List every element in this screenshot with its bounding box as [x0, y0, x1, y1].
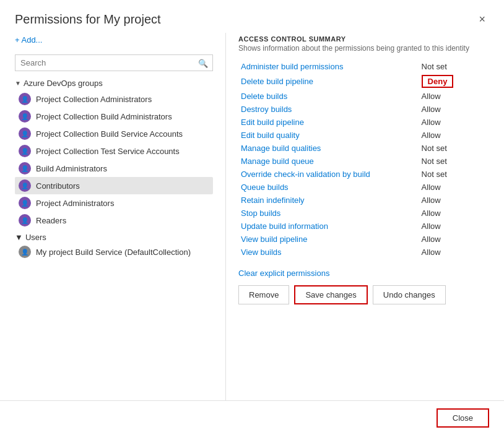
list-item-contributors[interactable]: 👤 Contributors: [15, 177, 213, 194]
permission-value: Deny: [419, 73, 489, 90]
table-row[interactable]: Manage build qualitiesNot set: [238, 142, 489, 155]
permission-name[interactable]: Retain indefinitely: [238, 194, 419, 207]
permissions-table: Administer build permissionsNot setDelet…: [238, 60, 489, 259]
permission-value: Not set: [419, 60, 489, 73]
dialog-body: + Add... 🔍 ▼ Azure DevOps groups 👤 Proje…: [0, 33, 504, 400]
close-footer-button[interactable]: Close: [437, 408, 489, 428]
table-row[interactable]: Edit build qualityAllow: [238, 129, 489, 142]
permission-value: Not set: [419, 155, 489, 168]
add-button[interactable]: + Add...: [15, 33, 213, 47]
user-icon: 👤: [19, 110, 31, 123]
table-row[interactable]: View buildsAllow: [238, 246, 489, 259]
left-panel: + Add... 🔍 ▼ Azure DevOps groups 👤 Proje…: [15, 33, 225, 400]
permission-name[interactable]: View build pipeline: [238, 233, 419, 246]
chevron-icon: ▼: [15, 233, 23, 242]
permission-name[interactable]: Edit build quality: [238, 129, 419, 142]
permission-name[interactable]: Override check-in validation by build: [238, 168, 419, 181]
table-row[interactable]: Delete build pipelineDeny: [238, 73, 489, 90]
table-row[interactable]: Retain indefinitelyAllow: [238, 194, 489, 207]
save-changes-button[interactable]: Save changes: [294, 285, 367, 304]
dialog: Permissions for My project × + Add... 🔍 …: [0, 0, 504, 435]
user-icon: 👤: [19, 179, 31, 192]
deny-badge: Deny: [422, 75, 454, 88]
permission-value: Allow: [419, 233, 489, 246]
permission-value: Allow: [419, 116, 489, 129]
permission-name[interactable]: Manage build qualities: [238, 142, 419, 155]
permission-value: Allow: [419, 207, 489, 220]
acs-title: ACCESS CONTROL SUMMARY: [238, 35, 489, 43]
dialog-header: Permissions for My project ×: [0, 0, 504, 33]
permission-value: Not set: [419, 142, 489, 155]
users-list: 👤 My project Build Service (DefaultColle…: [15, 243, 213, 261]
user-icon: 👤: [19, 197, 31, 209]
list-item[interactable]: 👤 Build Administrators: [15, 160, 213, 177]
permission-value: Allow: [419, 246, 489, 259]
acs-header: ACCESS CONTROL SUMMARY Shows information…: [238, 35, 489, 53]
remove-button[interactable]: Remove: [238, 285, 289, 304]
permission-value: Allow: [419, 220, 489, 233]
permission-value: Allow: [419, 181, 489, 194]
table-row[interactable]: Destroy buildsAllow: [238, 103, 489, 116]
user-icon: 👤: [19, 93, 31, 105]
groups-list: 👤 Project Collection Administrators 👤 Pr…: [15, 90, 213, 229]
close-x-button[interactable]: ×: [475, 12, 489, 26]
list-item-build-service[interactable]: 👤 My project Build Service (DefaultColle…: [15, 243, 213, 261]
user-icon: 👤: [19, 214, 31, 226]
user-icon: 👤: [19, 162, 31, 174]
list-item[interactable]: 👤 Project Administrators: [15, 194, 213, 212]
table-row[interactable]: Administer build permissionsNot set: [238, 60, 489, 73]
permission-value: Not set: [419, 168, 489, 181]
chevron-icon: ▼: [15, 80, 21, 87]
table-row[interactable]: Update build informationAllow: [238, 220, 489, 233]
permission-name[interactable]: Update build information: [238, 220, 419, 233]
list-item[interactable]: 👤 Project Collection Administrators: [15, 90, 213, 108]
search-input[interactable]: [15, 54, 213, 71]
dialog-footer: Close: [0, 400, 504, 435]
permission-name[interactable]: View builds: [238, 246, 419, 259]
table-row[interactable]: Stop buildsAllow: [238, 207, 489, 220]
users-group-label[interactable]: ▼ Users: [15, 233, 213, 242]
permission-value: Allow: [419, 129, 489, 142]
search-box: 🔍: [15, 54, 213, 71]
table-row[interactable]: Delete buildsAllow: [238, 90, 489, 103]
permission-name[interactable]: Administer build permissions: [238, 60, 419, 73]
azure-devops-groups-label[interactable]: ▼ Azure DevOps groups: [15, 79, 213, 88]
user-icon: 👤: [19, 127, 31, 140]
right-panel: ACCESS CONTROL SUMMARY Shows information…: [225, 33, 489, 400]
permission-name[interactable]: Delete build pipeline: [238, 73, 419, 90]
user-icon: 👤: [19, 145, 31, 157]
permission-name[interactable]: Manage build queue: [238, 155, 419, 168]
permission-name[interactable]: Destroy builds: [238, 103, 419, 116]
permission-value: Allow: [419, 103, 489, 116]
permission-value: Allow: [419, 194, 489, 207]
table-row[interactable]: View build pipelineAllow: [238, 233, 489, 246]
permission-name[interactable]: Edit build pipeline: [238, 116, 419, 129]
table-row[interactable]: Queue buildsAllow: [238, 181, 489, 194]
undo-changes-button[interactable]: Undo changes: [373, 285, 446, 304]
permission-value: Allow: [419, 90, 489, 103]
list-item[interactable]: 👤 Project Collection Build Service Accou…: [15, 125, 213, 142]
action-buttons: Remove Save changes Undo changes: [238, 285, 489, 304]
clear-explicit-permissions-link[interactable]: Clear explicit permissions: [238, 269, 489, 278]
table-row[interactable]: Edit build pipelineAllow: [238, 116, 489, 129]
acs-subtitle: Shows information about the permissions …: [238, 44, 489, 53]
dialog-title: Permissions for My project: [15, 12, 161, 27]
list-item[interactable]: 👤 Project Collection Build Administrator…: [15, 108, 213, 125]
user-icon: 👤: [19, 246, 31, 258]
table-row[interactable]: Manage build queueNot set: [238, 155, 489, 168]
list-item[interactable]: 👤 Project Collection Test Service Accoun…: [15, 142, 213, 160]
permission-name[interactable]: Queue builds: [238, 181, 419, 194]
permission-name[interactable]: Delete builds: [238, 90, 419, 103]
list-item[interactable]: 👤 Readers: [15, 212, 213, 229]
table-row[interactable]: Override check-in validation by buildNot…: [238, 168, 489, 181]
permission-name[interactable]: Stop builds: [238, 207, 419, 220]
